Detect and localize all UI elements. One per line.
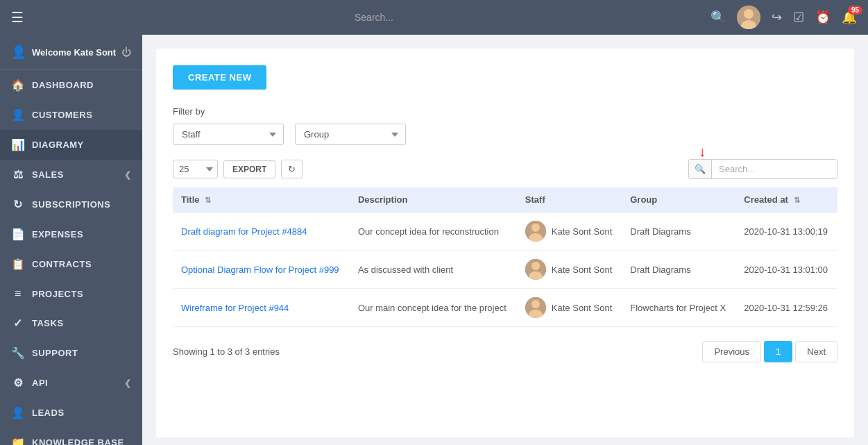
share-icon[interactable]: ↪ (772, 10, 782, 25)
sidebar: 👤 Welcome Kate Sont ⏻ 🏠 DASHBOARD 👤 CUST… (0, 35, 142, 445)
avatar[interactable] (737, 6, 760, 29)
sidebar-item-contracts[interactable]: 📋 CONTRACTS (0, 249, 142, 279)
svg-point-4 (531, 224, 540, 232)
page-1-button[interactable]: 1 (764, 341, 792, 362)
contracts-icon: 📋 (11, 258, 25, 271)
chart-icon: 📊 (11, 138, 25, 151)
checklist-icon[interactable]: ☑ (793, 10, 804, 25)
table-controls: 25 50 100 EXPORT ↻ ↓ 🔍 (173, 159, 837, 179)
power-icon[interactable]: ⏻ (121, 47, 131, 58)
per-page-select[interactable]: 25 50 100 (173, 160, 218, 178)
next-button[interactable]: Next (795, 341, 837, 362)
col-title: Title ⇅ (173, 187, 350, 212)
sort-icon[interactable]: ⇅ (794, 196, 800, 204)
sidebar-item-support[interactable]: 🔧 SUPPORT (0, 338, 142, 368)
sidebar-item-label: TASKS (32, 318, 131, 328)
col-description: Description (350, 187, 517, 212)
filter-dropdowns: Staff Group (173, 124, 837, 145)
staff-name: Kate Sont Sont (552, 226, 612, 237)
cell-staff: Kate Sont Sont (517, 251, 622, 289)
staff-avatar (525, 221, 546, 242)
cell-created: 2020-10-31 13:00:19 (735, 212, 837, 251)
notification-badge: 95 (848, 6, 862, 15)
search-bar (37, 12, 710, 23)
sidebar-item-label: API (32, 378, 124, 388)
user-icon: 👤 (11, 44, 26, 60)
col-staff: Staff (517, 187, 622, 212)
search-input[interactable] (270, 12, 478, 23)
previous-button[interactable]: Previous (702, 341, 761, 362)
group-filter[interactable]: Group (295, 124, 406, 145)
sidebar-item-subscriptions[interactable]: ↻ SUBSCRIPTIONS (0, 190, 142, 219)
cell-title: Wireframe for Project #944 (173, 289, 350, 327)
table-row: Optional Diagram Flow for Project #999 A… (173, 251, 837, 289)
sidebar-item-label: PROJECTS (32, 289, 131, 299)
sidebar-item-knowledge-base[interactable]: 📁 KNOWLEDGE BASE (0, 428, 142, 445)
staff-avatar (525, 259, 546, 280)
sidebar-item-label: SUBSCRIPTIONS (32, 199, 131, 210)
title-link[interactable]: Optional Diagram Flow for Project #999 (181, 265, 339, 275)
sidebar-item-label: EXPENSES (32, 229, 131, 240)
sidebar-item-expenses[interactable]: 📄 EXPENSES (0, 219, 142, 249)
cell-description: As discussed with client (350, 251, 517, 289)
sidebar-item-projects[interactable]: ≡ PROJECTS (0, 279, 142, 308)
content-card: CREATE NEW Filter by Staff Group 25 50 1… (156, 49, 854, 437)
layout: 👤 Welcome Kate Sont ⏻ 🏠 DASHBOARD 👤 CUST… (0, 35, 868, 445)
clock-icon[interactable]: ⏰ (815, 10, 831, 25)
staff-filter[interactable]: Staff (173, 124, 284, 145)
cell-description: Our concept idea for reconstruction (350, 212, 517, 251)
support-icon: 🔧 (11, 346, 25, 360)
cell-staff: Kate Sont Sont (517, 212, 622, 251)
table-header-row: Title ⇅ Description Staff Group Created … (173, 187, 837, 212)
sidebar-item-label: KNOWLEDGE BASE (32, 437, 131, 445)
table-row: Wireframe for Project #944 Our main conc… (173, 289, 837, 327)
hamburger-icon[interactable]: ☰ (11, 9, 24, 26)
cell-group: Draft Diagrams (622, 251, 735, 289)
red-arrow-indicator: ↓ (699, 144, 706, 160)
sidebar-item-dashboard[interactable]: 🏠 DASHBOARD (0, 70, 142, 100)
knowledge-icon: 📁 (11, 436, 25, 445)
customers-icon: 👤 (11, 108, 25, 121)
search-icon[interactable]: 🔍 (710, 10, 726, 25)
sidebar-item-label: CONTRACTS (32, 259, 131, 269)
refresh-button[interactable]: ↻ (281, 160, 303, 178)
notifications-icon[interactable]: 🔔 95 (842, 10, 857, 25)
sidebar-item-tasks[interactable]: ✓ TASKS (0, 308, 142, 338)
sort-icon[interactable]: ⇅ (205, 196, 211, 204)
sidebar-username: Welcome Kate Sont (32, 47, 121, 58)
cell-group: Flowcharts for Project X (622, 289, 735, 327)
pagination-controls: Previous 1 Next (702, 341, 837, 362)
main-content: CREATE NEW Filter by Staff Group 25 50 1… (142, 35, 868, 445)
title-link[interactable]: Draft diagram for Project #4884 (181, 226, 307, 237)
sidebar-item-customers[interactable]: 👤 CUSTOMERS (0, 100, 142, 130)
staff-name: Kate Sont Sont (552, 265, 612, 275)
sidebar-item-api[interactable]: ⚙ API ❮ (0, 368, 142, 398)
showing-text: Showing 1 to 3 of 3 entries (173, 346, 280, 357)
sidebar-item-label: DASHBOARD (32, 80, 131, 90)
table-search-input[interactable] (712, 160, 837, 178)
navbar: ☰ 🔍 ↪ ☑ ⏰ 🔔 95 (0, 0, 868, 35)
search-wrapper-container: ↓ 🔍 (688, 159, 837, 179)
create-new-button[interactable]: CREATE NEW (173, 65, 266, 90)
export-button[interactable]: EXPORT (223, 160, 275, 178)
table-search-icon: 🔍 (689, 160, 712, 178)
staff-name: Kate Sont Sont (552, 303, 612, 313)
chevron-left-icon: ❮ (124, 170, 132, 180)
home-icon: 🏠 (11, 78, 25, 92)
sidebar-item-diagramy[interactable]: 📊 DIAGRAMY (0, 130, 142, 160)
table-row: Draft diagram for Project #4884 Our conc… (173, 212, 837, 251)
title-link[interactable]: Wireframe for Project #944 (181, 303, 289, 313)
table-search-wrapper: 🔍 (688, 159, 837, 179)
sales-icon: ⚖ (11, 168, 25, 181)
cell-created: 2020-10-31 12:59:26 (735, 289, 837, 327)
cell-description: Our main concept idea for the project (350, 289, 517, 327)
sidebar-item-leads[interactable]: 👤 LEADS (0, 398, 142, 428)
sidebar-item-label: LEADS (32, 408, 131, 418)
filter-section: Filter by Staff Group (173, 106, 837, 145)
sidebar-user: 👤 Welcome Kate Sont ⏻ (0, 35, 142, 70)
navbar-icons: 🔍 ↪ ☑ ⏰ 🔔 95 (710, 6, 857, 29)
sidebar-item-label: DIAGRAMY (32, 140, 131, 150)
sidebar-item-label: SALES (32, 169, 124, 180)
sidebar-item-sales[interactable]: ⚖ SALES ❮ (0, 160, 142, 190)
cell-created: 2020-10-31 13:01:00 (735, 251, 837, 289)
